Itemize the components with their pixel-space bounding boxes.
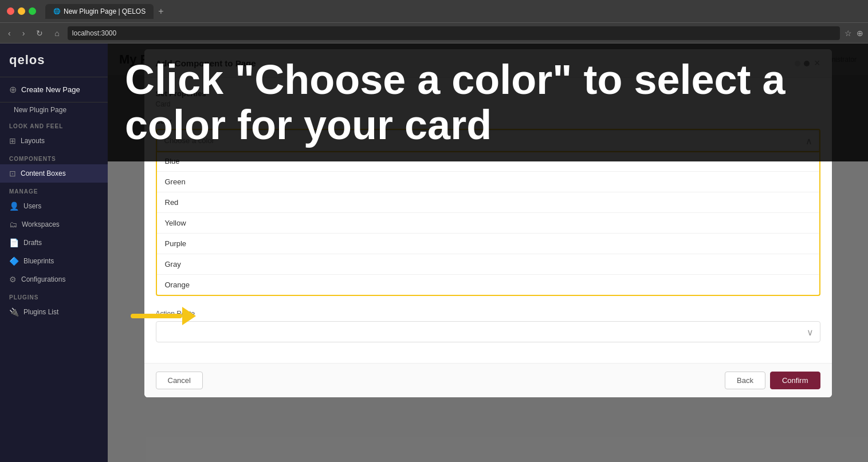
- color-option-gray[interactable]: Gray: [157, 254, 819, 275]
- blueprints-icon: 🔷: [9, 256, 19, 266]
- color-option-red[interactable]: Red: [157, 192, 819, 213]
- back-button[interactable]: ‹: [5, 27, 14, 39]
- layouts-icon: ⊞: [9, 136, 16, 145]
- modal-title: Add Component to Page: [156, 58, 256, 68]
- action-route-select[interactable]: [156, 321, 820, 342]
- color-option-blue[interactable]: Blue: [157, 151, 819, 172]
- color-option-purple[interactable]: Purple: [157, 234, 819, 254]
- home-button[interactable]: ⌂: [51, 27, 62, 39]
- sidebar-item-content-boxes[interactable]: ⊡ Content Boxes: [0, 164, 108, 183]
- color-select-wrapper: Choose a color ∧: [156, 129, 820, 152]
- action-route-form-group: Action Route ∨: [156, 305, 820, 342]
- step-indicators: [795, 61, 810, 66]
- color-option-yellow[interactable]: Yellow: [157, 213, 819, 234]
- minimize-traffic-light[interactable]: [18, 7, 25, 15]
- traffic-lights: [7, 7, 36, 15]
- tab-title: New Plugin Page | QELOS: [64, 7, 146, 15]
- sidebar-item-layouts[interactable]: ⊞ Layouts: [0, 132, 108, 150]
- current-page-item[interactable]: New Plugin Page: [0, 102, 108, 117]
- sidebar-item-plugins-list[interactable]: 🔌 Plugins List: [0, 303, 108, 321]
- tab-bar: 🌐 New Plugin Page | QELOS +: [45, 4, 861, 19]
- active-tab[interactable]: 🌐 New Plugin Page | QELOS: [45, 4, 154, 19]
- back-button[interactable]: Back: [725, 372, 765, 389]
- color-dropdown: Blue Green Red Yellow Purple Gray Orange: [156, 151, 820, 296]
- new-tab-button[interactable]: +: [156, 4, 166, 19]
- section-label-manage: MANAGE: [0, 183, 108, 197]
- cancel-button[interactable]: Cancel: [156, 372, 203, 389]
- sidebar-item-label: Plugins List: [23, 308, 58, 316]
- sidebar-item-label: Blueprints: [23, 257, 54, 265]
- sidebar-item-label: Workspaces: [22, 220, 60, 228]
- sidebar-item-label: Layouts: [21, 137, 45, 145]
- plugins-icon: 🔌: [9, 307, 19, 317]
- forward-button[interactable]: ›: [19, 27, 29, 39]
- sidebar-item-label: Content Boxes: [21, 169, 66, 177]
- step-dot-1: [795, 61, 800, 66]
- close-traffic-light[interactable]: [7, 7, 14, 15]
- bookmark-icon[interactable]: ☆: [845, 29, 852, 38]
- color-option-orange[interactable]: Orange: [157, 275, 819, 295]
- section-label-look-and-feel: LOOK AND FEEL: [0, 117, 108, 132]
- content-boxes-icon: ⊡: [9, 169, 16, 178]
- extension-icon[interactable]: ⊕: [857, 29, 863, 38]
- sidebar-logo: qelos: [0, 44, 108, 77]
- step-dot-2: [804, 61, 810, 66]
- browser-toolbar-icons: ☆ ⊕: [845, 29, 863, 38]
- sidebar-item-users[interactable]: 👤 Users: [0, 197, 108, 215]
- section-label-plugins: PLUGINS: [0, 289, 108, 303]
- maximize-traffic-light[interactable]: [29, 7, 36, 15]
- confirm-button[interactable]: Confirm: [770, 372, 820, 389]
- sidebar-item-configurations[interactable]: ⚙ Configurations: [0, 270, 108, 289]
- section-label-components: COMPONENTS: [0, 150, 108, 164]
- modal-footer: Cancel Back Confirm: [144, 363, 832, 397]
- tab-favicon: 🌐: [53, 8, 60, 14]
- modal-header: Add Component to Page ×: [144, 49, 832, 78]
- sidebar-item-label: Configurations: [21, 275, 65, 283]
- sidebar-item-blueprints[interactable]: 🔷 Blueprints: [0, 252, 108, 270]
- color-label: Color: [156, 117, 820, 125]
- modal-overlay: Add Component to Page × Set Properties C…: [108, 44, 868, 462]
- sidebar-item-workspaces[interactable]: 🗂 Workspaces: [0, 215, 108, 234]
- sidebar: qelos ⊕ Create New Page New Plugin Page …: [0, 44, 108, 462]
- address-input[interactable]: [68, 26, 840, 40]
- color-form-group: Color Choose a color ∧ Blue Green Red Ye…: [156, 117, 820, 296]
- color-select[interactable]: Choose a color: [157, 130, 819, 151]
- modal-subtitle: Card: [156, 100, 820, 108]
- drafts-icon: 📄: [9, 238, 19, 247]
- sidebar-item-label: Drafts: [23, 239, 42, 247]
- action-route-label: Action Route: [156, 310, 820, 318]
- app-layout: qelos ⊕ Create New Page New Plugin Page …: [0, 44, 868, 462]
- address-bar-row: ‹ › ↻ ⌂ ☆ ⊕: [0, 23, 868, 44]
- color-option-green[interactable]: Green: [157, 172, 819, 192]
- sidebar-item-label: Users: [23, 202, 41, 210]
- modal-body: Set Properties Card Color Choose a color…: [144, 78, 832, 363]
- sidebar-item-drafts[interactable]: 📄 Drafts: [0, 234, 108, 252]
- modal-section-title: Set Properties: [156, 89, 820, 98]
- plus-icon: ⊕: [9, 84, 17, 95]
- current-page-label: New Plugin Page: [14, 106, 66, 114]
- modal-close-button[interactable]: ×: [814, 57, 820, 69]
- configurations-icon: ⚙: [9, 275, 17, 284]
- create-page-label: Create New Page: [21, 85, 80, 94]
- main-content: My Page Title Edit Mode ⎘ Clone ✦ Wizard…: [108, 44, 868, 462]
- modal-dialog: Add Component to Page × Set Properties C…: [144, 49, 832, 397]
- workspaces-icon: 🗂: [9, 220, 17, 229]
- refresh-button[interactable]: ↻: [33, 27, 46, 39]
- create-page-button[interactable]: ⊕ Create New Page: [0, 77, 108, 102]
- users-icon: 👤: [9, 202, 19, 211]
- browser-chrome: 🌐 New Plugin Page | QELOS +: [0, 0, 868, 23]
